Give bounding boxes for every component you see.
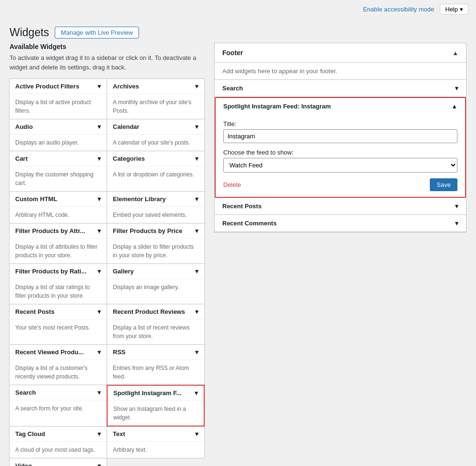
top-bar: Enable accessibility mode Help ▾ <box>0 0 476 19</box>
widget-card-header[interactable]: Custom HTML ▾ <box>10 192 107 207</box>
widget-card[interactable]: Cart ▾ Display the customer shopping car… <box>9 151 107 192</box>
widget-card-chevron: ▾ <box>195 268 198 275</box>
widget-card-chevron: ▾ <box>195 123 198 130</box>
accessibility-link[interactable]: Enable accessibility mode <box>363 6 435 13</box>
footer-recent-posts-label: Recent Posts <box>222 203 261 210</box>
widget-card-desc: Arbitrary text. <box>107 442 204 458</box>
title-input[interactable] <box>223 129 457 143</box>
widget-card-name: Recent Product Reviews <box>113 308 185 315</box>
widget-card-name: Filter Products by Rati... <box>15 268 87 275</box>
widget-card[interactable]: Filter Products by Attr... ▾ Display a l… <box>9 223 107 264</box>
widget-card-desc: A search form for your site. <box>10 400 107 417</box>
widget-card-name: Recent Viewed Produ... <box>15 349 84 356</box>
widget-card-header[interactable]: Tag Cloud ▾ <box>10 427 107 442</box>
widget-card[interactable]: Gallery ▾ Displays an image gallery. <box>107 263 205 304</box>
page-header: Widgets Manage with Live Preview <box>0 19 476 43</box>
save-button[interactable]: Save <box>430 178 457 191</box>
widget-card[interactable]: Search ▾ A search form for your site. <box>9 385 107 427</box>
widget-card[interactable]: Recent Viewed Produ... ▾ Display a list … <box>9 344 107 385</box>
widget-card[interactable]: Recent Posts ▾ Your site's most recent P… <box>9 304 107 345</box>
footer-recent-posts-header[interactable]: Recent Posts ▾ <box>215 198 466 214</box>
widget-card-name: Cart <box>15 155 28 162</box>
footer-title: Footer <box>222 49 243 57</box>
footer-search-chevron: ▾ <box>455 85 458 92</box>
widget-card-header[interactable]: Active Product Filters ▾ <box>10 79 107 94</box>
widget-card[interactable]: Active Product Filters ▾ Display a list … <box>9 78 107 119</box>
widget-card-desc: Display a list of attributes to filter p… <box>10 239 107 263</box>
widget-card-desc: Display a list of a customer's recently … <box>10 360 107 385</box>
widget-card-header[interactable]: Calendar ▾ <box>107 119 204 135</box>
widget-card-chevron: ▾ <box>195 308 198 315</box>
widget-card[interactable]: Elementor Library ▾ Embed your saved ele… <box>107 191 205 223</box>
widget-card-header[interactable]: Spotlight Instagram F... ▾ <box>108 386 204 401</box>
widget-card-name: Filter Products by Attr... <box>15 227 85 234</box>
widget-card[interactable]: Video ▾ Displays a video from the media … <box>9 458 107 466</box>
widget-card-name: RSS <box>113 349 126 356</box>
footer-search-widget: Search ▾ <box>215 80 466 97</box>
widget-card-chevron: ▾ <box>98 389 101 396</box>
widget-card-name: Gallery <box>113 268 134 275</box>
delete-link[interactable]: Delete <box>223 181 241 188</box>
main-layout: Available Widgets To activate a widget d… <box>0 43 476 466</box>
footer-instagram-widget-header[interactable]: Spotlight Instagram Feed: Instagram ▲ <box>216 98 465 115</box>
available-widgets-panel: Available Widgets To activate a widget d… <box>10 43 205 466</box>
widget-card-name: Archives <box>113 83 139 90</box>
widget-card-chevron: ▾ <box>195 430 198 437</box>
widget-card[interactable]: Archives ▾ A monthly archive of your sit… <box>107 78 205 119</box>
widget-card[interactable]: Tag Cloud ▾ A cloud of your most used ta… <box>9 426 107 458</box>
footer-search-widget-header[interactable]: Search ▾ <box>215 80 466 97</box>
footer-recent-comments-header[interactable]: Recent Comments ▾ <box>215 215 466 232</box>
widget-card-name: Filter Products by Price <box>113 227 182 234</box>
widget-card[interactable]: Audio ▾ Displays an audio player. <box>9 119 107 151</box>
footer-recent-comments-label: Recent Comments <box>222 220 277 227</box>
widget-card-name: Elementor Library <box>113 195 166 203</box>
widget-card-header[interactable]: Recent Posts ▾ <box>10 304 107 320</box>
widget-card-desc: Your site's most recent Posts. <box>10 320 107 336</box>
widget-card[interactable]: Custom HTML ▾ Arbitrary HTML code. <box>9 191 107 223</box>
widget-card-desc: Display a list of recent reviews from yo… <box>107 320 204 344</box>
footer-section-header[interactable]: Footer ▲ <box>215 43 466 63</box>
widget-card-chevron: ▾ <box>98 349 101 356</box>
widget-card-name: Spotlight Instagram F... <box>113 389 181 397</box>
widget-card-name: Tag Cloud <box>15 430 45 437</box>
widget-card-header[interactable]: RSS ▾ <box>107 345 204 360</box>
widget-card-header[interactable]: Video ▾ <box>10 458 107 466</box>
widget-card-header[interactable]: Archives ▾ <box>107 79 204 94</box>
widget-card-header[interactable]: Elementor Library ▾ <box>107 192 204 207</box>
widget-card-name: Custom HTML <box>15 195 57 203</box>
widget-actions: Delete Save <box>223 178 457 191</box>
widget-card-header[interactable]: Filter Products by Rati... ▾ <box>10 264 107 279</box>
widget-card[interactable]: Text ▾ Arbitrary text. <box>107 426 205 458</box>
widget-card-chevron: ▾ <box>195 195 198 203</box>
widget-card-header[interactable]: Search ▾ <box>10 385 107 400</box>
widget-card-header[interactable]: Recent Product Reviews ▾ <box>107 304 204 320</box>
widget-card-desc: Displays an image gallery. <box>107 279 204 295</box>
widget-card[interactable]: RSS ▾ Entries from any RSS or Atom feed. <box>107 344 205 385</box>
footer-recent-comments-widget: Recent Comments ▾ <box>215 215 466 232</box>
widget-grid: Active Product Filters ▾ Display a list … <box>10 78 205 466</box>
widget-card-header[interactable]: Recent Viewed Produ... ▾ <box>10 345 107 360</box>
widget-card[interactable]: Spotlight Instagram F... ▾ Show an Insta… <box>107 385 205 427</box>
help-button[interactable]: Help ▾ <box>440 4 468 15</box>
widget-card-chevron: ▾ <box>98 268 101 275</box>
widget-card-header[interactable]: Gallery ▾ <box>107 264 204 279</box>
widget-card-chevron: ▾ <box>98 155 101 162</box>
widget-card-name: Active Product Filters <box>15 83 79 90</box>
footer-instagram-widget-body: Title: Choose the feed to show: Watch Fe… <box>216 115 465 197</box>
widget-card-header[interactable]: Filter Products by Price ▾ <box>107 223 204 239</box>
widget-card-header[interactable]: Cart ▾ <box>10 151 107 166</box>
widget-card[interactable]: Recent Product Reviews ▾ Display a list … <box>107 304 205 345</box>
widget-card[interactable]: Calendar ▾ A calendar of your site's pos… <box>107 119 205 151</box>
manage-live-preview-button[interactable]: Manage with Live Preview <box>55 27 139 39</box>
widget-card[interactable]: Filter Products by Price ▾ Display a sli… <box>107 223 205 264</box>
widget-card[interactable]: Categories ▾ A list or dropdown of categ… <box>107 151 205 192</box>
feed-select[interactable]: Watch Feed Main Feed Travel Feed <box>223 158 457 173</box>
widget-card-name: Text <box>113 430 125 437</box>
widget-card-desc: Embed your saved elements. <box>107 207 204 223</box>
widget-card-header[interactable]: Filter Products by Attr... ▾ <box>10 223 107 239</box>
widget-card-header[interactable]: Categories ▾ <box>107 151 204 166</box>
widget-card-header[interactable]: Audio ▾ <box>10 119 107 135</box>
widget-card-chevron: ▾ <box>195 227 198 234</box>
widget-card-header[interactable]: Text ▾ <box>107 427 204 442</box>
widget-card[interactable]: Filter Products by Rati... ▾ Display a l… <box>9 263 107 304</box>
